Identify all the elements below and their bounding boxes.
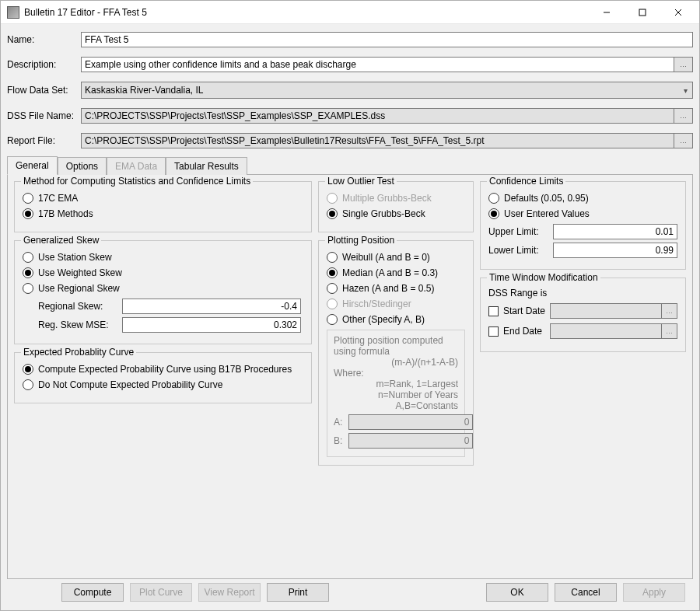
minimize-button[interactable]	[589, 1, 625, 24]
expected-legend: Expected Probablity Curve	[21, 347, 136, 358]
radio-weighted-skew[interactable]: Use Weighted Skew	[23, 267, 303, 278]
ok-button[interactable]: OK	[486, 583, 548, 602]
flowdata-combo[interactable]: Kaskaskia River-Vandalia, IL ▾	[81, 82, 693, 99]
tabpage-general: Method for Computing Statistics and Conf…	[7, 175, 693, 579]
radio-multiple-grubbs: Multiple Grubbs-Beck	[327, 193, 465, 204]
compute-button[interactable]: Compute	[61, 583, 124, 602]
radio-defaults[interactable]: Defaults (0.05, 0.95)	[488, 193, 677, 204]
start-date-checkbox[interactable]	[488, 306, 499, 316]
b-label: B:	[334, 435, 342, 446]
start-date-picker-button[interactable]: …	[662, 303, 677, 319]
print-button[interactable]: Print	[267, 583, 329, 602]
radio-user-entered[interactable]: User Entered Values	[488, 208, 677, 219]
group-confidence-limits: Confidence Limits Defaults (0.05, 0.95) …	[480, 181, 686, 270]
conf-legend: Confidence Limits	[487, 176, 565, 187]
window-title: Bulletin 17 Editor - FFA Test 5	[24, 7, 589, 18]
chevron-down-icon: ▾	[684, 86, 688, 95]
where-ab: A,B=Constants	[334, 400, 458, 411]
where-label: Where:	[334, 368, 364, 379]
group-method: Method for Computing Statistics and Conf…	[14, 181, 312, 232]
formula-text: Plotting position computed using formula	[334, 335, 443, 357]
tab-tabular-results[interactable]: Tabular Results	[166, 157, 247, 175]
name-label: Name:	[7, 34, 81, 45]
radio-hazen[interactable]: Hazen (A and B = 0.5)	[327, 283, 465, 294]
cancel-button[interactable]: Cancel	[555, 583, 617, 602]
reportfile-label: Report File:	[7, 135, 81, 146]
radio-hirsch: Hirsch/Stedinger	[327, 299, 465, 309]
dssfile-label: DSS File Name:	[7, 110, 81, 121]
end-date-label: End Date	[503, 326, 550, 337]
content-area: Name: Description: … Flow Data Set: Kask…	[1, 24, 699, 610]
end-date-checkbox[interactable]	[488, 326, 499, 337]
maximize-button[interactable]	[625, 1, 660, 24]
dssfile-input[interactable]	[81, 108, 674, 124]
titlebar: Bulletin 17 Editor - FFA Test 5	[1, 1, 699, 24]
group-expected: Expected Probablity Curve Compute Expect…	[14, 352, 312, 403]
close-button[interactable]	[660, 1, 696, 24]
main-window: Bulletin 17 Editor - FFA Test 5 Name: De…	[0, 0, 700, 611]
plot-legend: Plotting Position	[325, 235, 397, 246]
end-date-picker-button[interactable]: …	[662, 323, 677, 339]
description-label: Description:	[7, 59, 81, 70]
plot-curve-button: Plot Curve	[130, 583, 192, 602]
regional-skew-input[interactable]	[122, 299, 301, 314]
tab-ema-data: EMA Data	[107, 157, 166, 175]
dss-range-label: DSS Range is	[488, 288, 677, 299]
flowdata-label: Flow Data Set:	[7, 85, 81, 96]
skew-legend: Generalized Skew	[21, 235, 101, 246]
timewin-legend: Time Window Modification	[487, 272, 600, 283]
flowdata-value: Kaskaskia River-Vandalia, IL	[85, 85, 204, 96]
radio-median[interactable]: Median (A and B = 0.3)	[327, 267, 465, 278]
app-icon	[7, 6, 19, 19]
dssfile-browse-button[interactable]: …	[674, 108, 693, 124]
tab-general[interactable]: General	[7, 156, 58, 175]
description-input[interactable]	[81, 57, 674, 72]
method-legend: Method for Computing Statistics and Conf…	[21, 176, 253, 187]
radio-station-skew[interactable]: Use Station Skew	[23, 252, 303, 263]
radio-weibull[interactable]: Weibull (A and B = 0)	[327, 252, 465, 263]
name-input[interactable]	[81, 32, 693, 47]
radio-17c-ema[interactable]: 17C EMA	[23, 193, 303, 204]
lower-limit-label: Lower Limit:	[488, 245, 547, 256]
regional-skew-label: Regional Skew:	[38, 301, 116, 312]
apply-button: Apply	[623, 583, 685, 602]
button-bar: Compute Plot Curve View Report Print OK …	[7, 579, 693, 610]
reportfile-browse-button[interactable]: …	[674, 133, 693, 148]
group-skew: Generalized Skew Use Station Skew Use We…	[14, 240, 312, 344]
start-date-input	[550, 303, 662, 319]
radio-donot-compute-expected[interactable]: Do Not Compute Expected Probability Curv…	[23, 379, 303, 390]
b-input	[348, 433, 473, 449]
a-input	[348, 414, 473, 430]
start-date-label: Start Date	[503, 306, 550, 316]
end-date-input	[550, 323, 662, 339]
view-report-button: View Report	[198, 583, 261, 602]
where-n: n=Number of Years	[334, 389, 458, 400]
group-plotting-position: Plotting Position Weibull (A and B = 0) …	[318, 240, 474, 466]
outlier-legend: Low Outlier Test	[325, 176, 397, 187]
radio-compute-expected[interactable]: Compute Expected Probability Curve using…	[23, 364, 303, 375]
group-time-window: Time Window Modification DSS Range is St…	[480, 278, 686, 352]
radio-single-grubbs[interactable]: Single Grubbs-Beck	[327, 208, 465, 219]
skew-mse-label: Reg. Skew MSE:	[38, 319, 116, 330]
tab-options[interactable]: Options	[58, 157, 107, 175]
radio-17b-methods[interactable]: 17B Methods	[23, 208, 303, 219]
skew-mse-input[interactable]	[122, 317, 301, 333]
upper-limit-input[interactable]	[553, 224, 677, 239]
radio-regional-skew[interactable]: Use Regional Skew	[23, 283, 303, 294]
svg-rect-1	[639, 9, 646, 16]
upper-limit-label: Upper Limit:	[488, 226, 547, 237]
radio-other[interactable]: Other (Specify A, B)	[327, 314, 465, 325]
a-label: A:	[334, 417, 342, 428]
group-low-outlier: Low Outlier Test Multiple Grubbs-Beck Si…	[318, 181, 474, 232]
where-m: m=Rank, 1=Largest	[334, 379, 458, 389]
lower-limit-input[interactable]	[553, 243, 677, 258]
tabstrip: General Options EMA Data Tabular Results	[7, 156, 693, 175]
formula-expr: (m-A)/(n+1-A-B)	[334, 357, 458, 368]
description-browse-button[interactable]: …	[674, 57, 693, 72]
reportfile-input[interactable]	[81, 133, 674, 148]
